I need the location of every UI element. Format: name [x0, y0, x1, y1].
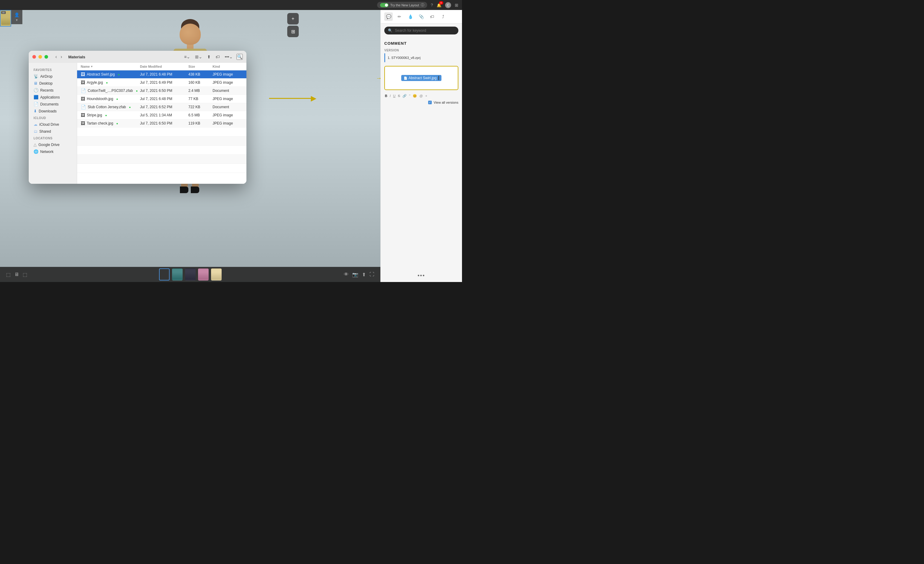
toggle-label: Try the New Layout — [390, 3, 419, 7]
icloud-section-label: iCloud — [31, 115, 74, 121]
emoji-tool[interactable]: 😊 — [412, 94, 417, 98]
col-date[interactable]: Date Modified — [140, 65, 188, 68]
bold-tool[interactable]: B — [384, 94, 388, 98]
table-row[interactable]: 🖼 Argyle.jpg ● Jul 7, 2021 6:49 PM 160 K… — [77, 79, 246, 87]
eye-icon[interactable]: 👁 — [344, 272, 349, 277]
file-doc-icon: 📄 — [404, 76, 407, 80]
file-icon: 🖼 — [81, 96, 85, 101]
table-row[interactable]: 🖼 Houndstooth.jpg ● Jul 7, 2021 6:48 PM … — [77, 95, 246, 103]
drop-zone[interactable]: → 📄 Abstract Swirl.jpg — [384, 66, 458, 90]
panel-more-button[interactable]: ••• — [381, 269, 462, 282]
user-avatar[interactable]: C — [445, 2, 451, 8]
version-bar — [384, 53, 385, 62]
camera-icon[interactable]: 📷 — [352, 272, 358, 277]
finder-tag-button[interactable]: 🏷 — [214, 54, 221, 60]
stamp-tool-icon[interactable]: 🏷 — [428, 12, 436, 21]
search-input[interactable] — [395, 28, 455, 33]
toggle-switch[interactable] — [380, 3, 388, 7]
col-size[interactable]: Size — [188, 65, 213, 68]
table-row[interactable]: 🖼 Tartan check.jpg ● Jul 7, 2021 6:50 PM… — [77, 120, 246, 127]
sidebar-item-downloads-label: Downloads — [39, 109, 57, 113]
table-row[interactable]: 🖼 Stripe.jpg ● Jul 5, 2021 1:34 AM 6.5 M… — [77, 111, 246, 120]
link-tool[interactable]: 🔗 — [402, 94, 407, 98]
thumbnail-dark[interactable] — [185, 268, 196, 280]
sidebar-item-recents-label: Recents — [40, 88, 54, 93]
airdrop-icon: 📡 — [33, 74, 38, 79]
sidebar-item-shared[interactable]: 🗂 Shared — [31, 128, 74, 135]
sidebar-item-downloads[interactable]: ⬇ Downloads — [31, 108, 74, 115]
italic-tool[interactable]: I — [389, 94, 391, 98]
col-kind[interactable]: Kind — [213, 65, 243, 68]
file-status-dot: ● — [116, 122, 118, 125]
grid-menu-icon[interactable]: ⊞ — [455, 3, 458, 7]
table-row[interactable]: 📄 CottonTwill_....PSC007.zfab ● Jul 7, 2… — [77, 87, 246, 95]
search-icon: 🔍 — [388, 28, 393, 33]
view-all-checkbox[interactable]: ✓ — [428, 101, 432, 104]
finder-content: Name ▾ Date Modified Size Kind — [77, 63, 246, 184]
frame-icon[interactable]: ⬚ — [6, 272, 10, 277]
grid-icon: ⊞ — [291, 29, 295, 34]
favorites-section-label: Favorites — [31, 66, 74, 73]
comment-tool-icon[interactable]: 💬 — [384, 12, 393, 21]
mention-tool[interactable]: @ — [419, 94, 423, 98]
sidebar-item-network[interactable]: 🌐 Network — [31, 148, 74, 155]
sidebar-item-airdrop[interactable]: 📡 AirDrop — [31, 73, 74, 80]
finder-forward-button[interactable]: › — [59, 54, 63, 60]
help-icon[interactable]: ? — [431, 3, 433, 7]
sidebar-item-desktop[interactable]: 🖥 Desktop — [31, 80, 74, 87]
underline-tool[interactable]: U — [393, 94, 396, 98]
sidebar-item-recents[interactable]: 🕐 Recents — [31, 87, 74, 94]
sidebar-item-google-drive[interactable]: △ Google Drive — [31, 141, 74, 148]
version-label: VERSION — [384, 49, 458, 52]
edit-tool-icon[interactable]: ✏ — [395, 12, 404, 21]
file-name-cell: 🖼 Argyle.jpg ● — [81, 80, 140, 85]
thumbnail-khaki[interactable] — [159, 268, 170, 280]
sidebar-item-airdrop-label: AirDrop — [40, 74, 52, 79]
grid-tool-button[interactable]: ⊞ — [287, 26, 299, 37]
view-thumbnail-3d[interactable]: 3D — [0, 10, 11, 27]
avatar-view-button[interactable]: 👤 ▼ — [11, 10, 22, 24]
thumbnail-teal[interactable] — [172, 268, 183, 280]
finder-maximize-button[interactable] — [45, 55, 48, 58]
finder-share-button[interactable]: ⬆ — [206, 54, 212, 60]
pin-tool-icon[interactable]: 📎 — [417, 12, 425, 21]
finder-search-button[interactable]: 🔍 — [237, 54, 243, 60]
finder-list-view-button[interactable]: ≡⌄ — [183, 54, 191, 60]
fullscreen-icon[interactable]: ⛶ — [369, 272, 374, 277]
empty-row — [77, 146, 246, 155]
thumbnail-pink[interactable] — [198, 268, 208, 280]
view-all-versions[interactable]: ✓ View all versions — [384, 101, 458, 104]
sidebar-item-documents[interactable]: 📄 Documents — [31, 101, 74, 108]
color-tool-icon[interactable]: 💧 — [406, 12, 414, 21]
new-layout-toggle[interactable]: Try the New Layout ⓘ — [377, 2, 427, 8]
share-tool-icon[interactable]: ⤴ — [439, 12, 447, 21]
google-drive-icon: △ — [33, 142, 37, 147]
file-name-cell: 📄 Slub Cotton Jersey.zfab ● — [81, 105, 140, 109]
finder-back-button[interactable]: ‹ — [54, 54, 58, 60]
finder-minimize-button[interactable] — [38, 55, 42, 58]
finder-grid-view-button[interactable]: ⊞⌄ — [194, 54, 204, 60]
quote-tool[interactable]: " — [408, 94, 411, 98]
empty-row — [77, 127, 246, 137]
thumbnail-cream[interactable] — [211, 268, 222, 280]
strikethrough-tool[interactable]: S — [397, 94, 400, 98]
layout-icon[interactable]: ⬚ — [22, 272, 27, 277]
documents-icon: 📄 — [33, 102, 38, 106]
sidebar-item-applications[interactable]: 🟦 Applications — [31, 94, 74, 101]
table-row[interactable]: 🖼 Abstract Swirl.jpg ● Jul 7, 2021 6:48 … — [77, 70, 246, 79]
notification-bell[interactable]: 🔔 6 — [436, 2, 441, 8]
sidebar-item-icloud-drive[interactable]: ☁ iCloud Drive — [31, 121, 74, 128]
sidebar-item-google-drive-label: Google Drive — [38, 143, 60, 147]
finder-more-button[interactable]: •••⌄ — [224, 54, 234, 60]
more-format-tool[interactable]: + — [424, 94, 428, 98]
file-icon: 🖼 — [81, 72, 85, 77]
shared-icon: 🗂 — [33, 129, 38, 133]
screen-icon[interactable]: 🖥 — [14, 272, 19, 277]
table-row[interactable]: 📄 Slub Cotton Jersey.zfab ● Jul 7, 2021 … — [77, 103, 246, 111]
right-panel: 💬 ✏ 💧 📎 🏷 ⤴ 🔍 COMMENT VERSION 1. STY0000… — [380, 10, 462, 282]
add-tool-button[interactable]: + — [287, 13, 299, 24]
empty-row — [77, 164, 246, 173]
col-name[interactable]: Name ▾ — [81, 65, 140, 68]
share-icon[interactable]: ⬆ — [362, 272, 366, 277]
finder-close-button[interactable] — [32, 55, 36, 58]
